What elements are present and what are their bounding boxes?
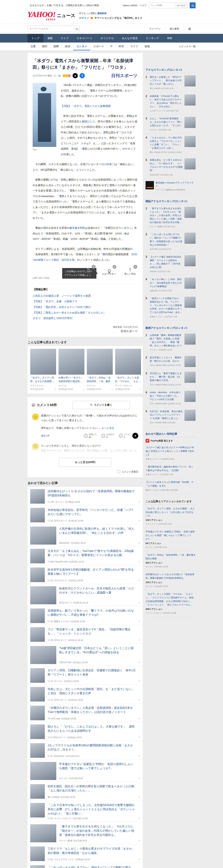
global-nav-tab[interactable]: エキスパート xyxy=(73,34,97,42)
ranking-item[interactable]: 5 5児の父・杉浦太陽 長女の誕生日に“ペアレンティングアワード”を受賞「運命だ… xyxy=(146,407,196,426)
reacted-article-item[interactable]: 平本蓮がブチギレ“金髪芸人”判明か 先回り謝罪のしんいち困惑「俺じゃないって事で… xyxy=(146,528,196,551)
publisher-logo[interactable]: 日刊スポーツ xyxy=(33,330,137,333)
category-tab[interactable]: エンタメ xyxy=(73,42,90,50)
web-search-box[interactable]: ウェブ検索 ↑ルーカス xyxy=(149,2,187,8)
close-icon[interactable] xyxy=(55,388,56,391)
feed-comment-count[interactable]: 20 xyxy=(47,620,53,623)
web-search-button[interactable] xyxy=(190,2,196,8)
category-tab[interactable]: IT xyxy=(107,42,116,50)
ranking-item[interactable]: 5 「納豆1パックを家族で分け」貧困生活から一転、フェラーリ、ランボルギーニなど… xyxy=(146,294,196,320)
purchase-history-link[interactable]: 購入履歴 xyxy=(165,24,183,34)
related-article-link[interactable]: 【写真】二階堂ふみが一糸まとわぬ姿を撮影「さらけ出した」 xyxy=(33,310,137,315)
category-tab[interactable]: 主要 xyxy=(27,42,39,50)
close-icon[interactable] xyxy=(83,388,85,391)
inline-article-link[interactable]: 小峠英二 xyxy=(104,163,115,166)
reacted-article-item[interactable]: 『水ダウ』年内は「名探偵津田」一色 藤井健太郎氏が報告 363リアクション オリ… xyxy=(146,551,196,570)
ranking-item[interactable]: 3 【スクープ撮!】池松壮亮&河合優実「ゴールインは秒読みか…」同じ屋根の下「2… xyxy=(146,253,196,276)
feed-article-row[interactable]: 拓真対天心ラウンドガール、吉本大物芸人から絶賛「ただのガキ、けどかわいらしい」森… xyxy=(27,584,143,606)
ranking-item[interactable]: 5 体重公表も「どう見ても90キロ以上」「サバ読みすぎ」 インフルエンサーがまさ… xyxy=(146,156,196,179)
ranking-item[interactable]: 1 国分太一が猛省した「時代のアップデート」 夜の会食で小学生レベルの〝悪ふざけ… xyxy=(146,73,196,92)
ranking-item[interactable]: 4 「たまりません」テレ朝お天気お姉さん〝でかダブル〟ショットに反響「すごい」「… xyxy=(146,134,196,156)
publisher-logo[interactable]: 日刊スポーツ xyxy=(111,73,137,79)
inline-article-link[interactable]: 劇団ひとり xyxy=(82,120,95,123)
feed-article-row[interactable]: 高視聴率も…観ていて辛かった「鬱ドラマ」の名作は?(1)救いのない展開がヤバい…… xyxy=(27,606,143,625)
yahoo-japan-link[interactable]: Yahoo! JAPAN xyxy=(122,4,137,7)
feed-article-row[interactable]: 「これっぽっちも頭にきてない」国分太一“コンプラ騒動”の裏で…松岡昌宏が語った“… xyxy=(27,863,143,868)
feed-article-row[interactable]: “54歳”津田健次郎「日本はどうも『若い』ということに固執しすぎている」“年の重… xyxy=(27,644,143,666)
close-icon[interactable] xyxy=(138,601,140,604)
close-icon[interactable] xyxy=(138,796,140,799)
close-icon[interactable] xyxy=(138,560,140,563)
global-nav-tab[interactable]: ランキング xyxy=(142,34,163,42)
category-tab[interactable]: 経済 xyxy=(62,42,73,50)
help-link[interactable]: ヘルプ xyxy=(140,4,147,7)
feed-article-row[interactable]: 木村拓哉が実名告白、若手時代「パッチパチだった」俳優「ハア?みたいな感じでやって… xyxy=(27,505,143,524)
ranking-item[interactable]: 2 結婚発表「170cm以下人権ない」発言で大炎上の元プロゲーマー、夫は180c… xyxy=(146,92,196,115)
feed-article-row[interactable]: 杉村太蔵氏 国分太一が突然の聞き取り調査で取るべきだった行動「もし僕があの立場だ… xyxy=(27,782,143,801)
global-nav-tab[interactable]: トップ xyxy=(27,34,43,42)
signup-link[interactable]: 新規取得 xyxy=(97,12,106,14)
mypage-link[interactable]: マイページ xyxy=(145,24,165,34)
more-comments-button[interactable]: もっと見る(65件) xyxy=(59,458,111,467)
gear-icon[interactable]: ⚙ xyxy=(183,24,196,34)
close-icon[interactable] xyxy=(138,777,140,780)
feed-article-row[interactable]: 元木大介「もう食えねえ」YouTubeで“激ヤセ”の真相語る…20kg減量、パン… xyxy=(27,547,143,565)
promo-link[interactable]: 「ままならなさ」を抱いて生きる。小原暁が語る新しい諦めの境地 xyxy=(27,4,99,7)
facebook-share-icon[interactable] xyxy=(79,73,85,78)
close-icon[interactable] xyxy=(138,519,140,522)
feed-article-row[interactable]: Jカップグラドルが合格率18%の難関国家資格試験に合格「まさかの37点で…泣きそ… xyxy=(27,741,143,760)
ranking-item[interactable]: 4 HANA・MAHINA、今年を振り返り「不安とか大変だった」 デビュー1年目… xyxy=(146,389,196,407)
feed-article-row[interactable]: 人気声優の主演作に歓喜の声も…続くドラマ出演に「何人いるんだ津田健次郎!」「休む… xyxy=(27,524,143,547)
article-tile[interactable]: 『水ダウ』年内は「名探偵津田」一色 藤井健太郎氏が報告 オリコン 11/26(水… xyxy=(87,349,113,391)
paid-article-item[interactable]: 【スクープ撮】超人気ゴルファー玲華(21)が“30歳上”石井忍コーチと路上レッス… xyxy=(146,443,196,463)
feed-article-row[interactable]: 鈴木亮平主演26年1月期日曜劇場、ダイアン津田ら4人が“闇”を司る重要人物に【リ… xyxy=(27,565,143,584)
close-icon[interactable] xyxy=(138,639,140,642)
feed-comment-count[interactable]: 32 xyxy=(47,817,53,820)
feed-comment-count[interactable]: 6 xyxy=(47,736,52,739)
paid-article-item[interactable]: 【スージー鈴木コラム】野球中継『SNS帯』で『エア開幕』を見た 週刊ベースボール… xyxy=(146,478,196,494)
close-icon[interactable] xyxy=(138,839,140,842)
category-tab[interactable]: スポーツ xyxy=(90,42,107,50)
feed-article-row[interactable]: フジ「明石家サンタ」放送見送りでX「残念」「旧経営陣が電話を…」「ショック」トレ… xyxy=(27,625,143,644)
feed-comment-count[interactable]: 28 xyxy=(47,639,53,642)
related-article-link[interactable]: 【写真】「水ダウ」女優 小面積ブラ xyxy=(33,299,137,304)
yahoo-news-logo[interactable]: YAHOO!JAPAN ニュース xyxy=(27,11,75,21)
reply-link[interactable]: 返信 1件 xyxy=(41,434,50,438)
feed-article-row[interactable]: 寺島しのぶ、大ヒット中の出演映画「国宝」を「まだ見ていない」と告白 理由にスタジ… xyxy=(27,685,143,704)
close-icon[interactable] xyxy=(138,579,140,582)
close-icon[interactable] xyxy=(138,817,140,820)
related-article-link[interactable]: タモリ、発言謝罪し1000万円寄付 xyxy=(33,315,137,321)
feed-article-row[interactable]: 三谷ドラマ「もしがく」小栗旬も驚きのサプライズ出演「まさか」初の恩師・蜷川幸雄氏… xyxy=(27,844,143,863)
login-link[interactable]: ログイン xyxy=(79,17,89,20)
close-icon[interactable] xyxy=(140,388,141,391)
inline-article-link[interactable]: 【写真】「水ダウ」電気イスから衝撃展開 xyxy=(61,104,110,107)
article-tile[interactable]: 仕事が早い!『水ダウ』名探偵津田の過去回がTVerで期間限定配信… オリコン 1… xyxy=(59,349,85,391)
close-icon[interactable] xyxy=(111,388,113,391)
reaction-button[interactable]: 6 新しい視点 xyxy=(123,267,137,276)
ranking-item[interactable]: 4 「めっちゃ怖い」とSNS 国分太一 涙の謝罪会見で見えた日テレの“衝撃要請”… xyxy=(146,275,196,294)
close-icon[interactable] xyxy=(138,858,140,861)
related-article-link[interactable]: 人気芸人の33歳芸人妻、ノーパンで濃厚キス披露 xyxy=(33,293,137,299)
global-nav-tab[interactable]: 有料 xyxy=(163,34,176,42)
topics-list-link[interactable]: トピックス一覧 xyxy=(179,45,196,48)
feed-comment-count[interactable]: 19 xyxy=(47,520,53,522)
reaction-button[interactable]: 4 学びがある xyxy=(81,267,96,276)
article-comment-count[interactable]: 65 xyxy=(58,74,61,77)
category-tab[interactable]: 国内 xyxy=(39,42,51,50)
comment-reaction-button[interactable]: なるほど4 xyxy=(101,433,115,439)
close-icon[interactable] xyxy=(138,699,140,702)
reacted-article-item[interactable]: 浜田雅功もびっくり!まさかの流れで『名探偵津田』開幕!2週連続でSP放送&長袖回… xyxy=(146,570,196,590)
comment-more-link[interactable]: もっと見る xyxy=(101,427,114,429)
feed-comment-count[interactable]: 15 xyxy=(47,579,53,582)
close-icon[interactable] xyxy=(138,736,140,739)
x-share-icon[interactable] xyxy=(132,433,138,439)
reacted-article-item[interactable]: 『水ダウ』ダイアン津田、まさかの展開 → 大人気企画に突入しネット「12月が楽し… xyxy=(146,505,196,528)
feed-comment-count[interactable]: 12 xyxy=(47,699,53,701)
close-icon[interactable] xyxy=(138,541,140,545)
global-nav-tab[interactable]: みんなの意見 xyxy=(118,34,142,42)
feed-article-row[interactable]: 平本蓮がブチギレ“金髪芸人”判明か 先回り謝罪のしんいち困惑「僕では無いって事で… xyxy=(27,760,143,782)
article-photo[interactable] xyxy=(33,83,56,147)
inline-article-link[interactable]: 藤井健太郎 xyxy=(69,226,83,229)
global-nav-tab[interactable]: 速報 xyxy=(43,34,57,42)
trend-keyword-chip[interactable]: ↑ルーカス xyxy=(175,4,186,7)
